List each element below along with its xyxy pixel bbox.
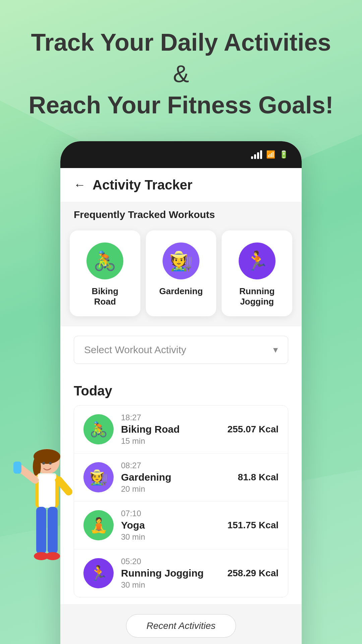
activity-item-kcal: 258.29 Kcal xyxy=(227,568,279,579)
hero-section: Track Your Daily Activities & Reach Your… xyxy=(0,0,362,135)
activity-item-time: 08:27 xyxy=(121,461,231,470)
dropdown-placeholder: Select Workout Activity xyxy=(84,344,186,356)
phone-notch xyxy=(144,141,218,155)
activity-item-kcal: 81.8 Kcal xyxy=(238,472,279,483)
svg-line-7 xyxy=(20,468,35,480)
hero-daily: Daily Activities xyxy=(160,29,331,56)
activity-item-icon: 🚴 xyxy=(83,414,114,444)
svg-point-16 xyxy=(49,462,52,465)
activity-item-info: 05:20 Running Jogging 30 min xyxy=(121,557,220,590)
table-row[interactable]: 🧑‍🌾 08:27 Gardening 20 min 81.8 Kcal xyxy=(74,453,288,501)
page-title: Activity Tracker xyxy=(93,177,192,193)
activity-item-time: 05:20 xyxy=(121,557,220,566)
activity-item-time: 07:10 xyxy=(121,509,220,518)
svg-rect-8 xyxy=(13,462,21,474)
activity-card-icon: 🚴 xyxy=(86,243,123,279)
activity-list: 🚴 18:27 Biking Road 15 min 255.07 Kcal 🧑… xyxy=(74,405,288,597)
activity-item-icon: 🧑‍🌾 xyxy=(83,462,114,492)
svg-rect-14 xyxy=(38,473,56,479)
wifi-icon: 📶 xyxy=(266,150,275,159)
phone-mockup: 📶 🔋 ← Activity Tracker Frequently Tracke… xyxy=(0,141,362,644)
svg-rect-10 xyxy=(36,507,46,554)
svg-point-13 xyxy=(45,552,60,560)
activity-item-duration: 30 min xyxy=(121,580,220,590)
workout-dropdown[interactable]: Select Workout Activity ▾ xyxy=(74,336,288,364)
activity-item-icon: 🧘 xyxy=(83,510,114,540)
battery-icon: 🔋 xyxy=(279,150,288,159)
activity-item-info: 08:27 Gardening 20 min xyxy=(121,461,231,494)
activity-cards-section: 🚴 Biking Road 🧑‍🌾 Gardening 🏃 Running Jo… xyxy=(60,227,302,326)
table-row[interactable]: 🏃 05:20 Running Jogging 30 min 258.29 Kc… xyxy=(74,549,288,597)
activity-card-label: Gardening xyxy=(159,286,203,297)
table-row[interactable]: 🚴 18:27 Biking Road 15 min 255.07 Kcal xyxy=(74,406,288,453)
activity-item-name: Yoga xyxy=(121,520,220,531)
recent-activities-button[interactable]: Recent Activities xyxy=(126,614,236,638)
app-header: ← Activity Tracker xyxy=(60,168,302,202)
phone-status-bar: 📶 🔋 xyxy=(60,141,302,168)
activity-item-icon: 🏃 xyxy=(83,558,114,588)
activity-item-info: 18:27 Biking Road 15 min xyxy=(121,413,220,446)
phone-frame: 📶 🔋 ← Activity Tracker Frequently Tracke… xyxy=(60,141,302,644)
activity-item-info: 07:10 Yoga 30 min xyxy=(121,509,220,542)
activity-item-time: 18:27 xyxy=(121,413,220,422)
activity-card-icon: 🧑‍🌾 xyxy=(163,243,199,279)
activity-cards-list: 🚴 Biking Road 🧑‍🌾 Gardening 🏃 Running Jo… xyxy=(67,227,295,326)
today-section: Today 🚴 18:27 Biking Road 15 min 255.07 … xyxy=(60,373,302,604)
back-button[interactable]: ← xyxy=(74,178,86,192)
hero-track: Track Your xyxy=(31,29,160,56)
svg-point-15 xyxy=(42,462,45,465)
activity-item-kcal: 255.07 Kcal xyxy=(227,424,279,435)
fitness-girl-illustration xyxy=(10,441,84,584)
frequently-tracked-label: Frequently Tracked Workouts xyxy=(60,202,302,227)
activity-card[interactable]: 🧑‍🌾 Gardening xyxy=(146,230,217,316)
activity-card-label: Biking Road xyxy=(80,286,130,307)
dropdown-wrapper: Select Workout Activity ▾ xyxy=(60,326,302,373)
activity-item-name: Gardening xyxy=(121,472,231,483)
recent-activities-wrapper: Recent Activities xyxy=(60,604,302,644)
status-icons: 📶 🔋 xyxy=(251,150,288,159)
activity-card-icon: 🏃 xyxy=(239,243,276,279)
hero-ampersand: & xyxy=(173,60,189,87)
activity-item-duration: 30 min xyxy=(121,532,220,542)
signal-icon xyxy=(251,150,262,159)
dropdown-arrow-icon: ▾ xyxy=(273,344,278,355)
activity-item-kcal: 151.75 Kcal xyxy=(227,520,279,531)
hero-reach: Reach Your Fitness Goals! xyxy=(28,92,334,118)
svg-line-9 xyxy=(59,480,69,492)
activity-item-duration: 20 min xyxy=(121,484,231,494)
activity-item-name: Biking Road xyxy=(121,424,220,435)
activity-card[interactable]: 🚴 Biking Road xyxy=(70,230,140,316)
activity-card-label: Running Jogging xyxy=(232,286,282,307)
activity-item-name: Running Jogging xyxy=(121,568,220,579)
table-row[interactable]: 🧘 07:10 Yoga 30 min 151.75 Kcal xyxy=(74,501,288,549)
today-title: Today xyxy=(74,373,288,405)
svg-rect-11 xyxy=(48,507,58,554)
activity-card[interactable]: 🏃 Running Jogging xyxy=(222,230,292,316)
activity-item-duration: 15 min xyxy=(121,436,220,446)
